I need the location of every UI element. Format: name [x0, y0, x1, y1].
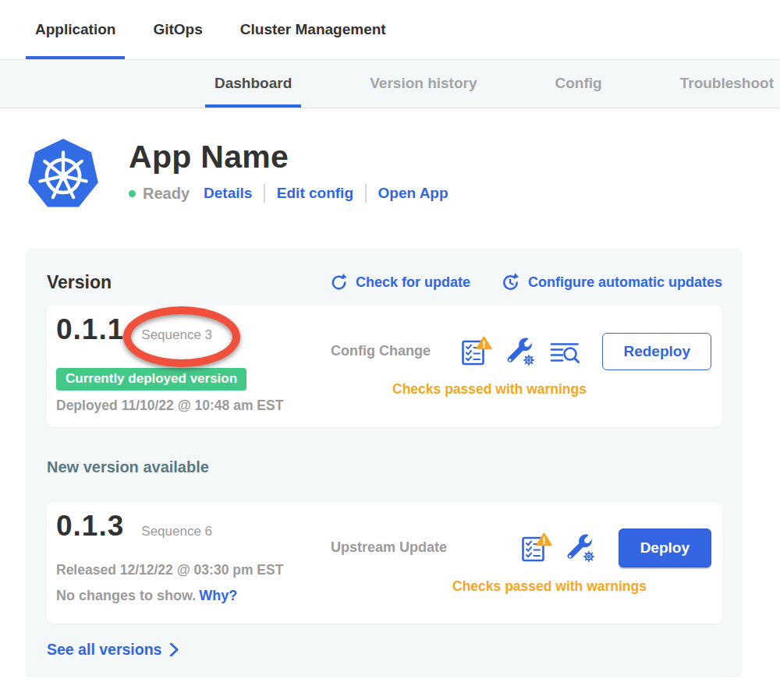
- status-text: Ready: [143, 185, 190, 203]
- currently-deployed-badge: Currently deployed version: [56, 368, 246, 391]
- deployed-version-card: 0.1.1 Sequence 3 Currently deployed vers…: [47, 306, 722, 427]
- open-app-link[interactable]: Open App: [378, 185, 448, 202]
- divider: [365, 184, 367, 203]
- check-for-update-button[interactable]: Check for update: [329, 273, 470, 292]
- new-version-heading: New version available: [47, 458, 722, 476]
- edit-config-wrench-icon[interactable]: [505, 336, 537, 367]
- see-all-versions-link[interactable]: See all versions: [47, 641, 179, 659]
- deployed-timestamp: Deployed 11/10/22 @ 10:48 am EST: [56, 398, 331, 414]
- check-for-update-label: Check for update: [356, 274, 470, 291]
- top-nav: Application GitOps Cluster Management: [0, 0, 780, 59]
- tab-dashboard[interactable]: Dashboard: [205, 60, 301, 108]
- configure-automatic-updates-button[interactable]: Configure automatic updates: [500, 272, 722, 293]
- why-link[interactable]: Why?: [199, 588, 237, 603]
- redeploy-button[interactable]: Redeploy: [602, 333, 711, 370]
- chevron-right-icon: [169, 642, 179, 657]
- available-checks-status: Checks passed with warnings: [331, 578, 711, 595]
- clock-refresh-icon: [500, 272, 521, 293]
- released-timestamp: Released 12/12/22 @ 03:30 pm EST: [56, 562, 331, 578]
- available-sequence-label: Sequence 6: [141, 524, 212, 539]
- refresh-icon: [329, 273, 349, 292]
- kubernetes-logo-icon: [27, 137, 99, 212]
- deployed-source-label: Config Change: [331, 343, 431, 359]
- page-title: App Name: [129, 139, 448, 175]
- app-header: App Name Ready Details Edit config Open …: [0, 108, 780, 212]
- deployed-sequence-label: Sequence 3: [141, 327, 212, 343]
- top-nav-item-gitops[interactable]: GitOps: [144, 0, 211, 59]
- top-nav-item-application[interactable]: Application: [26, 0, 125, 59]
- preflight-checklist-warning-icon[interactable]: [520, 532, 553, 564]
- view-diff-icon[interactable]: [549, 336, 580, 367]
- deployed-checks-status: Checks passed with warnings: [331, 381, 711, 398]
- app-sub-nav: Dashboard Version history Config Trouble…: [0, 59, 780, 108]
- tab-version-history[interactable]: Version history: [360, 60, 486, 108]
- divider: [264, 184, 265, 203]
- version-section-title: Version: [47, 272, 112, 293]
- status-dot: [129, 190, 136, 197]
- deployed-version-number: 0.1.1: [56, 313, 124, 346]
- details-link[interactable]: Details: [204, 185, 252, 202]
- available-version-number: 0.1.3: [56, 510, 124, 543]
- tab-troubleshoot[interactable]: Troubleshoot: [671, 60, 780, 108]
- tab-config[interactable]: Config: [546, 60, 612, 108]
- no-changes-text: No changes to show.: [56, 588, 196, 603]
- see-all-versions-label: See all versions: [47, 641, 161, 659]
- configure-automatic-updates-label: Configure automatic updates: [528, 274, 722, 291]
- edit-config-link[interactable]: Edit config: [277, 185, 353, 202]
- available-version-card: 0.1.3 Sequence 6 Released 12/12/22 @ 03:…: [47, 502, 722, 624]
- deploy-button[interactable]: Deploy: [619, 529, 711, 567]
- available-source-label: Upstream Update: [331, 539, 447, 556]
- preflight-checklist-warning-icon[interactable]: [460, 336, 493, 367]
- edit-config-wrench-icon[interactable]: [566, 532, 597, 564]
- version-panel: Version Check for update Configure autom…: [25, 249, 743, 677]
- top-nav-item-cluster-management[interactable]: Cluster Management: [231, 0, 395, 59]
